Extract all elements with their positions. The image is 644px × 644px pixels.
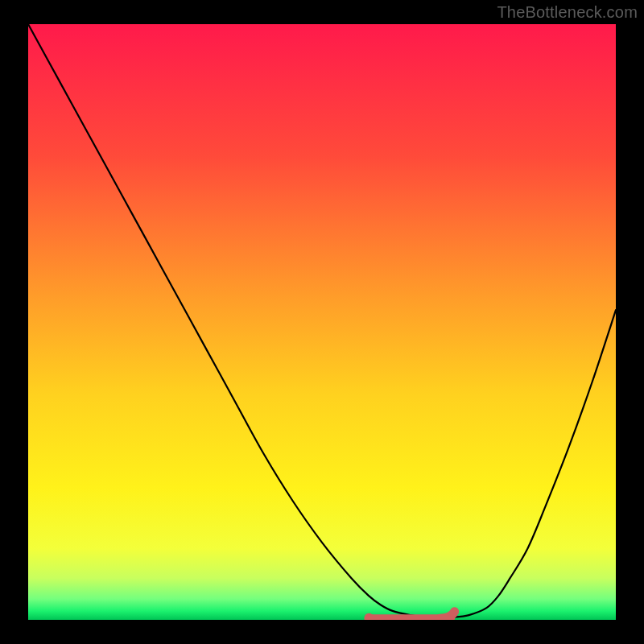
watermark-text: TheBottleneck.com [497,3,638,22]
chart-frame: TheBottleneck.com [0,0,644,644]
chart-svg [28,24,616,620]
plot-area [28,24,616,620]
gradient-background [28,24,616,620]
